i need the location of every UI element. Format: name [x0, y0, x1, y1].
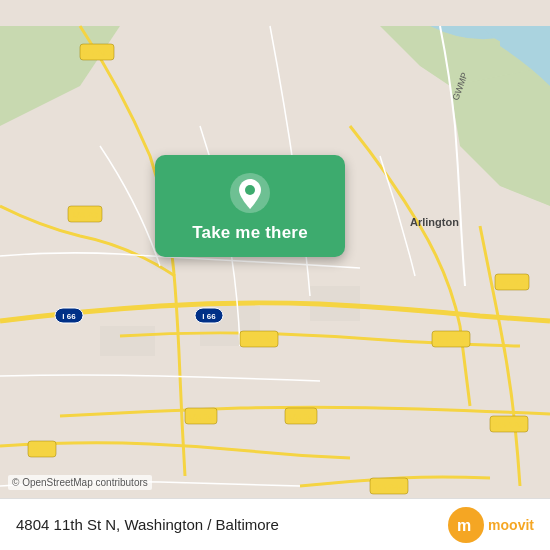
- take-me-there-button[interactable]: Take me there: [192, 223, 308, 243]
- svg-text:VA 120: VA 120: [436, 335, 465, 345]
- map-attribution: © OpenStreetMap contributors: [8, 475, 152, 490]
- svg-text:US 29: US 29: [72, 210, 97, 220]
- take-me-there-card[interactable]: Take me there: [155, 155, 345, 257]
- svg-text:VA 309: VA 309: [82, 48, 111, 58]
- svg-text:VA 27: VA 27: [500, 278, 524, 288]
- moovit-label: moovit: [488, 517, 534, 533]
- address-label: 4804 11th St N, Washington / Baltimore: [16, 516, 279, 533]
- bottom-info-bar: 4804 11th St N, Washington / Baltimore m…: [0, 498, 550, 550]
- map-container: VA 309 US 29 I 66 I 66 VA 120 VA 120 VA …: [0, 0, 550, 550]
- svg-point-33: [245, 185, 255, 195]
- location-pin-icon: [228, 171, 272, 215]
- moovit-icon: m: [448, 507, 484, 543]
- svg-text:I 66: I 66: [62, 312, 76, 321]
- svg-text:US 50: US 50: [188, 412, 213, 422]
- svg-rect-6: [100, 326, 155, 356]
- svg-text:I 66: I 66: [202, 312, 216, 321]
- svg-text:VA 244: VA 244: [374, 482, 403, 492]
- svg-text:US 50: US 50: [288, 412, 313, 422]
- moovit-logo: m moovit: [448, 507, 534, 543]
- arlington-label: Arlington: [410, 216, 459, 228]
- svg-text:VA 7: VA 7: [32, 445, 51, 455]
- svg-text:VA 120: VA 120: [494, 420, 523, 430]
- svg-text:m: m: [457, 517, 471, 534]
- svg-text:VA 120: VA 120: [244, 335, 273, 345]
